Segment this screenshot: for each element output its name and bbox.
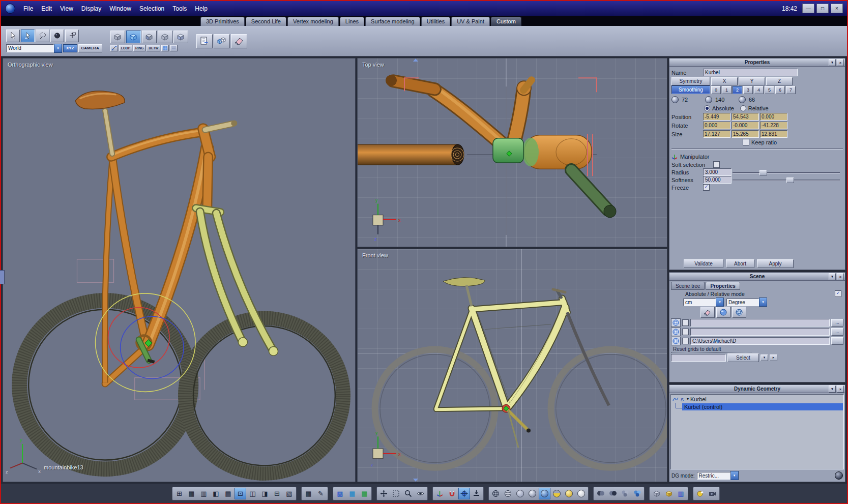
camera-icon[interactable] [707, 488, 718, 499]
drop-floor-icon[interactable] [471, 488, 482, 499]
menu-display[interactable]: Display [77, 4, 105, 14]
cube-select-points-tool[interactable] [110, 31, 125, 43]
collapse-icon[interactable]: ▾ [829, 386, 836, 393]
shaded-pair-icon[interactable] [595, 488, 606, 499]
grid-path-field[interactable] [690, 328, 830, 336]
abs-rel-mode-checkbox[interactable]: ✓ [835, 290, 841, 297]
yellow-sphere-icon[interactable] [563, 488, 575, 499]
tab-vertex-modeling[interactable]: Vertex modeling [287, 17, 339, 26]
ring-select-button[interactable]: RING [133, 45, 145, 51]
minimize-button[interactable]: — [802, 4, 814, 13]
paint-select-tool[interactable] [50, 29, 64, 42]
radius-field[interactable]: 3.000 [703, 168, 732, 176]
tool-axes-icon[interactable] [434, 488, 446, 499]
tab-surface-modeling[interactable]: Surface modeling [365, 17, 420, 26]
layout-single-icon[interactable]: ⊡ [235, 488, 246, 499]
tab-3d-primitives[interactable]: 3D Primitives [200, 17, 245, 26]
pan-marker-icon[interactable] [413, 479, 418, 482]
tab-lines[interactable]: Lines [340, 17, 364, 26]
abort-button[interactable]: Abort [726, 259, 754, 268]
collapse-icon[interactable]: ▾ [829, 273, 836, 280]
tab-custom[interactable]: Custom [491, 17, 521, 26]
grid-row-checkbox[interactable] [682, 329, 689, 335]
menu-file[interactable]: File [19, 4, 37, 14]
cube-select-object-tool[interactable] [158, 31, 172, 43]
tree-item-selected[interactable]: Kurbel (control) [682, 403, 843, 410]
radius-slider[interactable] [733, 169, 840, 175]
top-viewport[interactable]: Top view [357, 58, 667, 247]
select-down-button[interactable]: ▾ [761, 354, 768, 361]
edge-mode-icon[interactable] [110, 45, 118, 51]
duplicate-object-button[interactable] [214, 34, 230, 48]
menu-help[interactable]: Help [191, 4, 212, 14]
cube-select-faces-tool[interactable] [142, 31, 157, 43]
maximize-button[interactable]: □ [816, 4, 829, 13]
axis-x-button[interactable]: X [711, 77, 738, 85]
select-next-button[interactable]: ▸ [770, 354, 777, 361]
smoothing-level-4[interactable]: 4 [754, 86, 764, 94]
magnet-icon[interactable] [446, 488, 458, 499]
select-button[interactable]: Select [727, 353, 759, 362]
smoothing-level-5[interactable]: 5 [765, 86, 774, 94]
properties-panel-header[interactable]: Properties ▾ × [669, 58, 845, 67]
axis-z-button[interactable]: Z [766, 77, 793, 85]
name-field[interactable]: Kurbel [703, 69, 798, 76]
grid-sphere-button[interactable] [732, 307, 746, 318]
layout-hsplit-icon[interactable]: ⊟ [271, 488, 283, 499]
rotate-y-field[interactable]: -0.000 [732, 122, 759, 129]
close-icon[interactable]: × [837, 273, 844, 280]
camera-mode-button[interactable]: CAMERA [78, 44, 102, 52]
browse-button[interactable]: ... [831, 328, 843, 336]
white-sphere-icon[interactable] [575, 488, 587, 499]
wireframe-sphere-icon[interactable] [490, 488, 502, 499]
snap-3d-icon[interactable] [458, 488, 470, 499]
visibility-icon[interactable] [415, 488, 426, 499]
tab-second-life[interactable]: Second Life [246, 17, 286, 26]
layout-rows-icon[interactable]: ▤ [222, 488, 234, 499]
chevron-down-icon[interactable]: ▾ [759, 298, 767, 307]
menu-tools[interactable]: Tools [168, 4, 191, 14]
shaded-pair-alt-icon[interactable] [607, 488, 619, 499]
angle-dropdown[interactable]: Degree ▾ [726, 298, 767, 307]
pen-icon[interactable]: ✎ [315, 488, 327, 499]
soft-selection-checkbox[interactable] [713, 161, 720, 168]
axis-y-button[interactable]: Y [739, 77, 765, 85]
smoothing-button[interactable]: Smoothing [671, 85, 710, 94]
layout-quad-icon[interactable]: ⊞ [173, 488, 185, 499]
layout-grid-icon[interactable]: ▦ [186, 488, 197, 499]
multi-sphere-blue-icon[interactable] [631, 488, 643, 499]
menu-edit[interactable]: Edit [37, 4, 56, 14]
dynamic-geometry-panel-header[interactable]: Dynamic Geometry ▾ × [669, 385, 845, 393]
rotate-x-field[interactable]: 0.000 [703, 122, 730, 129]
pan-icon[interactable] [378, 488, 390, 499]
table-green-icon[interactable]: ▦ [359, 488, 370, 499]
size-x-field[interactable]: 17.127 [703, 130, 730, 138]
scene-panel-header[interactable]: Scene ▾ × [669, 273, 845, 281]
radius-slider-handle[interactable] [759, 170, 767, 175]
shrink-selection-button[interactable] [170, 45, 178, 51]
table-blue-icon[interactable]: ▦ [346, 488, 358, 499]
grid-blue-icon[interactable]: ▩ [334, 488, 346, 499]
close-icon[interactable]: × [837, 59, 844, 66]
hidden-line-sphere-icon[interactable] [502, 488, 514, 499]
app-icon[interactable] [5, 4, 15, 14]
dg-sphere-icon[interactable] [835, 471, 843, 480]
softness-slider-handle[interactable] [786, 177, 794, 183]
layout-two-pane-icon[interactable]: ◫ [247, 488, 258, 499]
layout-diag-icon[interactable]: ▧ [283, 488, 295, 499]
smoothing-level-3[interactable]: 3 [743, 86, 753, 94]
reset-grids-button[interactable]: Reset grids to default [671, 345, 751, 353]
cube-select-edges-tool[interactable] [126, 31, 141, 43]
lasso-tool[interactable] [36, 29, 49, 42]
coordinate-space-dropdown[interactable]: World ▾ [6, 44, 62, 53]
menu-view[interactable]: View [56, 4, 77, 14]
cube-soft-select-tool[interactable] [173, 31, 188, 43]
dg-mode-dropdown[interactable]: Restric... ▾ [697, 471, 739, 480]
freeze-checkbox[interactable]: ✓ [703, 184, 710, 191]
tree-row[interactable]: S ▾ Kurbel [671, 395, 843, 403]
softness-field[interactable]: 50.000 [703, 176, 732, 184]
collapse-icon[interactable]: ▾ [829, 59, 836, 66]
relative-radio[interactable] [740, 105, 746, 111]
position-z-field[interactable]: 0.000 [760, 113, 787, 121]
menu-window[interactable]: Window [105, 4, 135, 14]
